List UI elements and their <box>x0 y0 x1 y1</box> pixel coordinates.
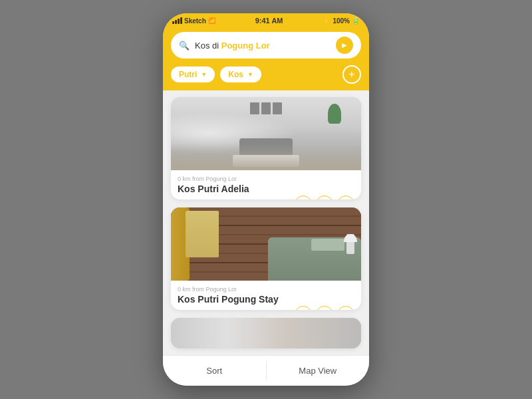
search-bar[interactable]: 🔍 Kos di Pogung Lor ► <box>171 32 361 59</box>
search-prefix: Kos di <box>195 41 221 51</box>
search-bar-wrapper: 🔍 Kos di Pogung Lor ► <box>163 28 369 65</box>
listing-image-2 <box>171 207 361 281</box>
send-button[interactable]: ► <box>336 37 353 54</box>
listing-card-3-partial <box>171 318 361 348</box>
battery-label: 100% <box>332 17 350 25</box>
listing-card-1: 0 km from Pogung Lor Kos Putri Adelia Rp… <box>171 97 361 200</box>
listing-info-1: 0 km from Pogung Lor Kos Putri Adelia Rp… <box>171 170 361 200</box>
distance-label-1: 0 km from Pogung Lor <box>178 176 354 182</box>
distance-label-2: 0 km from Pogung Lor <box>178 286 354 293</box>
signal-icon <box>172 17 182 24</box>
battery-icon: 🔋 <box>352 17 360 25</box>
chevron-down-icon: ▼ <box>201 71 207 78</box>
tour-button-2[interactable]: ⟳ <box>295 306 312 310</box>
action-icons-1: ⟳ ♡ ⊕ <box>295 196 354 200</box>
search-text: Kos di Pogung Lor <box>195 41 331 51</box>
clock: 9:41 AM <box>255 17 283 25</box>
lamp <box>346 234 354 254</box>
sort-button[interactable]: Sort <box>163 356 266 386</box>
wall-frames <box>250 102 282 114</box>
favorite-button-1[interactable]: ♡ <box>316 196 333 200</box>
phone-frame: Sketch 📶 9:41 AM ⚡ 100% 🔋 🔍 Kos di Pogun… <box>163 13 369 386</box>
search-icon: 🔍 <box>179 41 190 51</box>
listing-info-2: 0 km from Pogung Lor Kos Putri Pogung St… <box>171 281 361 310</box>
filter-kos-label: Kos <box>228 70 243 79</box>
listing-image-3 <box>171 318 361 348</box>
action-icons-2: ⟳ ♡ ⊕ <box>295 306 354 310</box>
wifi-icon: 📶 <box>208 17 215 24</box>
bed-headboard <box>239 138 293 158</box>
favorite-button-2[interactable]: ♡ <box>316 306 333 310</box>
tour-button-1[interactable]: ⟳ <box>295 196 312 200</box>
map-view-button[interactable]: Map View <box>267 356 370 386</box>
window <box>186 211 219 257</box>
bluetooth-icon: ⚡ <box>323 17 331 25</box>
price-row-1: Rp 1.200.000,00 / bulan ⟳ ♡ ⊕ <box>178 196 354 200</box>
filter-bar: Putri ▼ Kos ▼ + <box>163 65 369 90</box>
pillow <box>311 239 344 251</box>
listing-card-2: 0 km from Pogung Lor Kos Putri Pogung St… <box>171 207 361 310</box>
plant-decor <box>328 104 341 124</box>
status-left: Sketch 📶 <box>172 17 215 25</box>
filter-kos[interactable]: Kos ▼ <box>220 66 261 82</box>
location-button-2[interactable]: ⊕ <box>337 306 354 310</box>
listing-image-1 <box>171 97 361 170</box>
listings-content: 0 km from Pogung Lor Kos Putri Adelia Rp… <box>163 90 369 355</box>
price-row-2: Rp 1.000.000,00 / bulan ⟳ ♡ ⊕ <box>178 306 354 310</box>
filter-putri[interactable]: Putri ▼ <box>171 66 215 82</box>
kos-name-2: Kos Putri Pogung Stay <box>178 294 354 305</box>
bottom-nav: Sort Map View <box>163 355 369 386</box>
status-right: ⚡ 100% 🔋 <box>323 17 360 25</box>
add-filter-button[interactable]: + <box>342 65 361 84</box>
kos-name-1: Kos Putri Adelia <box>178 184 354 194</box>
chevron-down-icon: ▼ <box>247 71 253 78</box>
carrier-label: Sketch <box>184 17 206 25</box>
filter-putri-label: Putri <box>179 70 197 79</box>
bed-linen <box>233 155 299 167</box>
status-bar: Sketch 📶 9:41 AM ⚡ 100% 🔋 <box>163 13 369 28</box>
search-highlight: Pogung Lor <box>221 41 270 51</box>
location-button-1[interactable]: ⊕ <box>337 196 354 200</box>
scroll-area[interactable]: 0 km from Pogung Lor Kos Putri Adelia Rp… <box>163 90 369 355</box>
